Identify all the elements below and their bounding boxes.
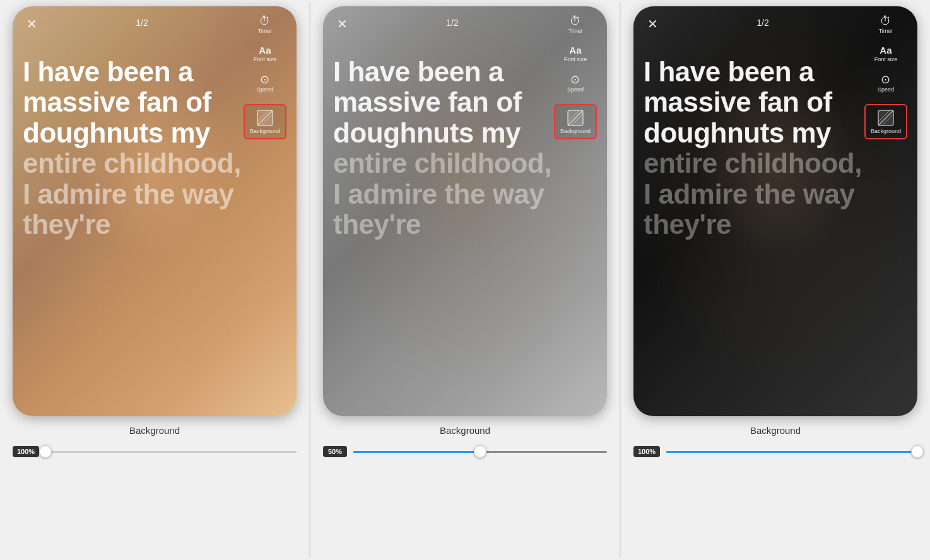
main-container: ✕ 1/2 ⏱ Timer Aa Font size ⊙ xyxy=(0,0,930,560)
background-button-1[interactable]: Background xyxy=(244,104,286,139)
phone-section-3: ✕ 1/2 ⏱ Timer Aa Font size ⊙ xyxy=(621,0,930,457)
slider-track-3[interactable] xyxy=(666,451,917,453)
caption-3: Background xyxy=(750,425,801,436)
fontsize-label-1: Font size xyxy=(254,56,277,62)
background-button-2[interactable]: Background xyxy=(554,104,597,139)
slider-fill-2 xyxy=(353,451,480,453)
timer-control-3[interactable]: ⏱ Timer xyxy=(879,15,893,34)
timer-control-1[interactable]: ⏱ Timer xyxy=(258,15,273,34)
speed-icon-3: ⊙ xyxy=(881,74,890,85)
background-label-2: Background xyxy=(560,128,591,134)
phone-content-1: ✕ 1/2 ⏱ Timer Aa Font size ⊙ xyxy=(13,6,297,416)
speed-icon-2: ⊙ xyxy=(570,74,580,85)
timer-icon-3: ⏱ xyxy=(880,15,892,26)
timer-label-3: Timer xyxy=(879,28,893,34)
page-indicator-2: 1/2 xyxy=(446,18,458,28)
main-text-3: I have been a massive fan of doughnuts m… xyxy=(644,57,867,240)
caption-1: Background xyxy=(129,425,180,436)
fontsize-icon-3: Aa xyxy=(880,45,892,55)
speed-control-2[interactable]: ⊙ Speed xyxy=(567,74,584,93)
speed-label-1: Speed xyxy=(257,86,273,93)
slider-row-1: 100% xyxy=(13,446,297,457)
speed-label-3: Speed xyxy=(878,86,894,93)
timer-label-1: Timer xyxy=(258,28,273,34)
fontsize-control-1[interactable]: Aa Font size xyxy=(254,45,277,62)
slider-track-2[interactable] xyxy=(353,451,607,453)
right-controls-2: ⏱ Timer Aa Font size ⊙ Speed xyxy=(554,15,597,139)
fontsize-label-2: Font size xyxy=(564,56,587,62)
slider-row-2: 50% xyxy=(323,446,607,457)
background-label-1: Background xyxy=(250,128,280,134)
fontsize-label-3: Font size xyxy=(874,56,898,62)
phone-section-2: ✕ 1/2 ⏱ Timer Aa Font size ⊙ xyxy=(310,0,620,457)
right-controls-3: ⏱ Timer Aa Font size ⊙ Speed xyxy=(864,15,907,139)
right-controls-1: ⏱ Timer Aa Font size ⊙ Speed xyxy=(244,15,286,139)
slider-section-2: 50% xyxy=(323,446,607,457)
slider-badge-1: 100% xyxy=(13,446,39,457)
slider-thumb-2[interactable] xyxy=(474,445,486,458)
timer-icon-1: ⏱ xyxy=(259,15,271,26)
slider-fill-3 xyxy=(666,451,917,453)
speed-icon-1: ⊙ xyxy=(260,74,269,85)
phone-content-2: ✕ 1/2 ⏱ Timer Aa Font size ⊙ xyxy=(323,6,607,416)
page-indicator-1: 1/2 xyxy=(136,18,148,28)
phone-frame-3: ✕ 1/2 ⏱ Timer Aa Font size ⊙ xyxy=(633,6,917,416)
timer-icon-2: ⏱ xyxy=(570,15,581,26)
timer-label-2: Timer xyxy=(568,28,583,34)
background-button-3[interactable]: Background xyxy=(864,104,907,139)
fontsize-control-3[interactable]: Aa Font size xyxy=(874,45,898,62)
phone-content-3: ✕ 1/2 ⏱ Timer Aa Font size ⊙ xyxy=(633,6,917,416)
fontsize-icon-1: Aa xyxy=(259,45,271,55)
page-indicator-3: 1/2 xyxy=(756,18,768,28)
background-icon-1 xyxy=(256,109,274,127)
close-button-2[interactable]: ✕ xyxy=(333,15,351,33)
close-icon-3: ✕ xyxy=(647,18,658,30)
phone-section-1: ✕ 1/2 ⏱ Timer Aa Font size ⊙ xyxy=(0,0,309,457)
slider-section-3: 100% xyxy=(633,446,917,457)
phone-frame-2: ✕ 1/2 ⏱ Timer Aa Font size ⊙ xyxy=(323,6,607,416)
main-text-1: I have been a massive fan of doughnuts m… xyxy=(23,57,246,240)
close-icon-2: ✕ xyxy=(337,18,348,30)
slider-section-1: 100% xyxy=(13,446,297,457)
speed-control-3[interactable]: ⊙ Speed xyxy=(878,74,894,93)
slider-thumb-3[interactable] xyxy=(911,445,924,458)
phone-frame-1: ✕ 1/2 ⏱ Timer Aa Font size ⊙ xyxy=(13,6,297,416)
background-icon-2 xyxy=(567,109,584,127)
speed-label-2: Speed xyxy=(567,86,584,93)
speed-control-1[interactable]: ⊙ Speed xyxy=(257,74,273,93)
background-label-3: Background xyxy=(871,128,901,134)
fontsize-icon-2: Aa xyxy=(569,45,581,55)
background-icon-3 xyxy=(877,109,895,127)
slider-row-3: 100% xyxy=(633,446,917,457)
timer-control-2[interactable]: ⏱ Timer xyxy=(568,15,583,34)
close-button-1[interactable]: ✕ xyxy=(23,15,40,33)
main-text-2: I have been a massive fan of doughnuts m… xyxy=(333,57,556,240)
slider-badge-2: 50% xyxy=(323,446,347,457)
slider-thumb-1[interactable] xyxy=(39,445,52,458)
close-icon-1: ✕ xyxy=(26,18,37,30)
caption-2: Background xyxy=(440,425,490,436)
close-button-3[interactable]: ✕ xyxy=(644,15,661,33)
fontsize-control-2[interactable]: Aa Font size xyxy=(564,45,587,62)
slider-badge-3: 100% xyxy=(633,446,660,457)
slider-track-1[interactable] xyxy=(45,451,297,453)
